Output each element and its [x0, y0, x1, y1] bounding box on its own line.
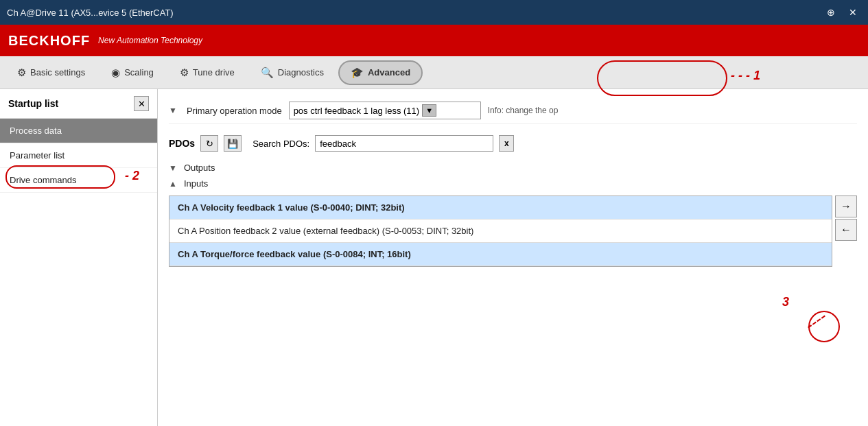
- tab-scaling[interactable]: ◉ Scaling: [99, 60, 165, 85]
- tab-diagnostics[interactable]: 🔍 Diagnostics: [249, 60, 336, 85]
- tab-basic-settings-label: Basic settings: [30, 67, 85, 78]
- sidebar-item-process-data-label: Process data: [10, 126, 62, 136]
- pdo-item-3-text: Ch A Torque/force feedback value (S-0-00…: [178, 249, 411, 259]
- tab-advanced[interactable]: 🎓 Advanced: [338, 60, 423, 85]
- search-pdos-input[interactable]: [315, 135, 493, 152]
- sidebar-item-process-data[interactable]: Process data: [0, 119, 157, 143]
- title-bar: Ch A@Drive 11 (AX5...evice 5 (EtherCAT) …: [0, 0, 868, 25]
- tab-bar: ⚙ Basic settings ◉ Scaling ⚙ Tune drive …: [0, 56, 868, 89]
- pdo-back-button[interactable]: ←: [835, 219, 857, 241]
- diagnostics-icon: 🔍: [261, 67, 274, 79]
- advanced-icon: 🎓: [351, 67, 364, 79]
- gear-icon: ⚙: [17, 67, 26, 79]
- pdo-list-container: Ch A Velocity feedback 1 value (S-0-0040…: [169, 196, 857, 267]
- pdo-item-1[interactable]: Ch A Velocity feedback 1 value (S-0-0040…: [169, 196, 832, 220]
- pdo-refresh-button[interactable]: ↻: [200, 135, 218, 152]
- operation-mode-select[interactable]: pos ctrl feedback 1 lag less (11) ▼: [289, 102, 481, 119]
- outputs-label: Outputs: [184, 163, 215, 173]
- pdo-forward-button[interactable]: →: [835, 196, 857, 217]
- save-icon: 💾: [227, 139, 238, 149]
- tab-tune-drive-label: Tune drive: [193, 67, 235, 78]
- pdo-item-3[interactable]: Ch A Torque/force feedback value (S-0-00…: [169, 243, 832, 266]
- search-pdos-label: Search PDOs:: [253, 139, 309, 149]
- pdo-save-button[interactable]: 💾: [224, 135, 242, 152]
- pin-button[interactable]: ⊕: [823, 5, 839, 19]
- window-title: Ch A@Drive 11 (AX5...evice 5 (EtherCAT): [7, 8, 823, 18]
- pdo-list: Ch A Velocity feedback 1 value (S-0-0040…: [169, 196, 832, 267]
- operation-mode-value: pos ctrl feedback 1 lag less (11): [294, 106, 420, 116]
- pdo-item-1-text: Ch A Velocity feedback 1 value (S-0-0040…: [178, 202, 405, 213]
- refresh-icon: ↻: [206, 139, 213, 149]
- pdo-item-2[interactable]: Ch A Position feedback 2 value (external…: [169, 220, 832, 243]
- inputs-label: Inputs: [184, 178, 208, 189]
- outputs-chevron-icon: ▼: [169, 163, 177, 173]
- pdos-label: PDOs: [169, 138, 195, 149]
- close-button[interactable]: ✕: [845, 5, 861, 19]
- outputs-section[interactable]: ▼ Outputs: [169, 160, 857, 176]
- chevron-down-icon: ▼: [169, 106, 177, 115]
- main-content: Startup list ✕ Process data Parameter li…: [0, 89, 868, 426]
- tab-tune-drive[interactable]: ⚙ Tune drive: [168, 60, 246, 85]
- sidebar-close-button[interactable]: ✕: [134, 96, 149, 111]
- content-panel: ▼ Primary operation mode pos ctrl feedba…: [158, 89, 868, 426]
- operation-mode-row: ▼ Primary operation mode pos ctrl feedba…: [169, 97, 857, 124]
- beckhoff-logo: BECKHOFF: [8, 33, 90, 49]
- sidebar-title: Startup list: [8, 98, 58, 109]
- sidebar-item-drive-commands[interactable]: Drive commands: [0, 168, 157, 193]
- operation-mode-dropdown-arrow[interactable]: ▼: [422, 104, 436, 117]
- scaling-icon: ◉: [111, 67, 120, 79]
- tune-icon: ⚙: [180, 67, 189, 79]
- operation-mode-label: Primary operation mode: [187, 106, 282, 116]
- sidebar-item-drive-commands-label: Drive commands: [10, 175, 77, 185]
- sidebar-header: Startup list ✕: [0, 89, 157, 119]
- tab-advanced-label: Advanced: [368, 67, 410, 78]
- search-clear-button[interactable]: x: [499, 135, 514, 152]
- operation-mode-info: Info: change the op: [488, 106, 559, 115]
- pdos-row: PDOs ↻ 💾 Search PDOs: x: [169, 135, 857, 152]
- tab-scaling-label: Scaling: [124, 67, 154, 78]
- app-header: BECKHOFF New Automation Technology: [0, 25, 868, 56]
- tab-diagnostics-label: Diagnostics: [278, 67, 324, 78]
- sidebar-item-parameter-list[interactable]: Parameter list: [0, 143, 157, 168]
- beckhoff-tagline: New Automation Technology: [98, 36, 202, 45]
- pdo-nav-buttons: → ←: [835, 196, 857, 267]
- inputs-chevron-icon: ▲: [169, 179, 177, 189]
- inputs-section[interactable]: ▲ Inputs: [169, 176, 857, 191]
- sidebar: Startup list ✕ Process data Parameter li…: [0, 89, 158, 426]
- pdo-item-2-text: Ch A Position feedback 2 value (external…: [178, 226, 473, 236]
- tab-basic-settings[interactable]: ⚙ Basic settings: [5, 60, 97, 85]
- sidebar-item-parameter-list-label: Parameter list: [10, 150, 64, 161]
